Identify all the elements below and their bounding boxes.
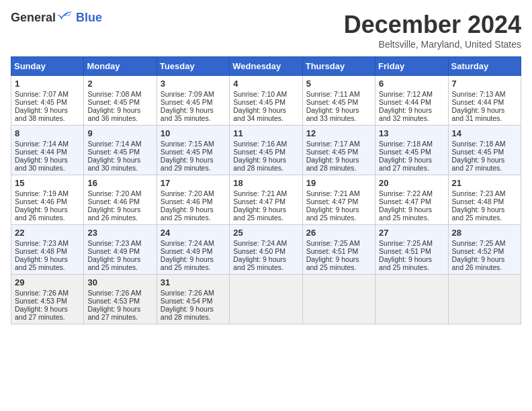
- calendar-cell: 22Sunrise: 7:23 AMSunset: 4:48 PMDayligh…: [11, 225, 84, 275]
- sunrise-text: Sunrise: 7:18 AM: [452, 140, 506, 148]
- calendar-cell: 8Sunrise: 7:14 AMSunset: 4:44 PMDaylight…: [11, 126, 84, 175]
- logo-general-text: General: [11, 11, 56, 25]
- sunrise-text: Sunrise: 7:10 AM: [233, 90, 287, 98]
- day-number: 12: [306, 128, 371, 138]
- sunset-text: Sunset: 4:44 PM: [15, 148, 67, 156]
- daylight-text: Daylight: 9 hours and 30 minutes.: [15, 156, 68, 172]
- day-number: 14: [452, 128, 517, 138]
- daylight-text: Daylight: 9 hours and 26 minutes.: [452, 255, 505, 271]
- sunrise-text: Sunrise: 7:14 AM: [87, 140, 141, 148]
- sunset-text: Sunset: 4:52 PM: [452, 247, 504, 255]
- day-number: 29: [15, 277, 80, 287]
- day-number: 13: [379, 128, 444, 138]
- sunrise-text: Sunrise: 7:12 AM: [379, 90, 433, 98]
- day-number: 28: [452, 228, 517, 238]
- sunset-text: Sunset: 4:46 PM: [87, 197, 140, 205]
- day-number: 4: [233, 79, 298, 89]
- day-number: 11: [233, 128, 298, 138]
- day-header-wednesday: Wednesday: [230, 57, 302, 76]
- daylight-text: Daylight: 9 hours and 26 minutes.: [15, 205, 68, 222]
- calendar-header-row: SundayMondayTuesdayWednesdayThursdayFrid…: [11, 57, 521, 76]
- sunrise-text: Sunrise: 7:13 AM: [452, 90, 506, 98]
- sunrise-text: Sunrise: 7:14 AM: [15, 140, 69, 148]
- sunset-text: Sunset: 4:54 PM: [161, 297, 213, 305]
- daylight-text: Daylight: 9 hours and 25 minutes.: [306, 255, 359, 271]
- calendar-cell: 29Sunrise: 7:26 AMSunset: 4:53 PMDayligh…: [11, 275, 84, 324]
- sunset-text: Sunset: 4:51 PM: [306, 247, 359, 255]
- calendar-week-row: 1Sunrise: 7:07 AMSunset: 4:45 PMDaylight…: [11, 76, 521, 126]
- sunset-text: Sunset: 4:45 PM: [161, 98, 213, 106]
- sunset-text: Sunset: 4:45 PM: [233, 148, 285, 156]
- sunrise-text: Sunrise: 7:21 AM: [233, 189, 287, 197]
- calendar-cell: [302, 275, 375, 324]
- calendar-cell: 6Sunrise: 7:12 AMSunset: 4:44 PMDaylight…: [375, 76, 448, 126]
- daylight-text: Daylight: 9 hours and 25 minutes.: [379, 205, 432, 222]
- sunrise-text: Sunrise: 7:17 AM: [306, 140, 360, 148]
- sunset-text: Sunset: 4:48 PM: [452, 197, 504, 205]
- sunset-text: Sunset: 4:46 PM: [161, 197, 213, 205]
- sunset-text: Sunset: 4:53 PM: [87, 297, 140, 305]
- calendar-table: SundayMondayTuesdayWednesdayThursdayFrid…: [11, 56, 521, 324]
- sunrise-text: Sunrise: 7:08 AM: [87, 90, 141, 98]
- day-number: 27: [379, 228, 444, 238]
- calendar-cell: [448, 275, 521, 324]
- calendar-cell: 30Sunrise: 7:26 AMSunset: 4:53 PMDayligh…: [84, 275, 157, 324]
- calendar-cell: 9Sunrise: 7:14 AMSunset: 4:45 PMDaylight…: [84, 126, 157, 175]
- logo-blue-text: Blue: [76, 11, 102, 25]
- sunset-text: Sunset: 4:45 PM: [161, 148, 213, 156]
- calendar-cell: 23Sunrise: 7:23 AMSunset: 4:49 PMDayligh…: [84, 225, 157, 275]
- month-title: December 2024: [344, 11, 521, 39]
- daylight-text: Daylight: 9 hours and 33 minutes.: [306, 106, 359, 122]
- calendar-cell: 11Sunrise: 7:16 AMSunset: 4:45 PMDayligh…: [230, 126, 302, 175]
- calendar-cell: 26Sunrise: 7:25 AMSunset: 4:51 PMDayligh…: [302, 225, 375, 275]
- calendar-cell: 27Sunrise: 7:25 AMSunset: 4:51 PMDayligh…: [375, 225, 448, 275]
- day-number: 20: [379, 178, 444, 188]
- title-area: December 2024 Beltsville, Maryland, Unit…: [344, 11, 521, 50]
- daylight-text: Daylight: 9 hours and 25 minutes.: [15, 255, 68, 271]
- sunset-text: Sunset: 4:45 PM: [452, 148, 504, 156]
- day-header-tuesday: Tuesday: [157, 57, 229, 76]
- sunrise-text: Sunrise: 7:23 AM: [87, 239, 141, 247]
- sunset-text: Sunset: 4:45 PM: [87, 98, 140, 106]
- daylight-text: Daylight: 9 hours and 36 minutes.: [87, 106, 140, 122]
- calendar-cell: 24Sunrise: 7:24 AMSunset: 4:49 PMDayligh…: [157, 225, 229, 275]
- daylight-text: Daylight: 9 hours and 34 minutes.: [233, 106, 286, 122]
- calendar-cell: 5Sunrise: 7:11 AMSunset: 4:45 PMDaylight…: [302, 76, 375, 126]
- location-text: Beltsville, Maryland, United States: [344, 39, 521, 50]
- daylight-text: Daylight: 9 hours and 27 minutes.: [452, 156, 505, 172]
- calendar-cell: 17Sunrise: 7:20 AMSunset: 4:46 PMDayligh…: [157, 175, 229, 225]
- calendar-week-row: 15Sunrise: 7:19 AMSunset: 4:46 PMDayligh…: [11, 175, 521, 225]
- sunset-text: Sunset: 4:45 PM: [306, 98, 359, 106]
- day-number: 31: [161, 277, 226, 287]
- daylight-text: Daylight: 9 hours and 25 minutes.: [87, 255, 140, 271]
- logo-bird-icon: [57, 10, 73, 24]
- daylight-text: Daylight: 9 hours and 26 minutes.: [87, 205, 140, 222]
- logo: General Blue: [11, 11, 102, 25]
- day-number: 23: [87, 228, 152, 238]
- sunrise-text: Sunrise: 7:20 AM: [87, 189, 141, 197]
- day-number: 21: [452, 178, 517, 188]
- day-number: 19: [306, 178, 371, 188]
- day-header-monday: Monday: [84, 57, 157, 76]
- sunset-text: Sunset: 4:49 PM: [161, 247, 213, 255]
- sunrise-text: Sunrise: 7:23 AM: [452, 189, 506, 197]
- sunset-text: Sunset: 4:45 PM: [306, 148, 359, 156]
- sunset-text: Sunset: 4:45 PM: [379, 148, 431, 156]
- page-header: General Blue December 2024 Beltsville, M…: [11, 11, 521, 50]
- sunrise-text: Sunrise: 7:11 AM: [306, 90, 360, 98]
- sunrise-text: Sunrise: 7:19 AM: [15, 189, 69, 197]
- sunrise-text: Sunrise: 7:07 AM: [15, 90, 69, 98]
- calendar-cell: 31Sunrise: 7:26 AMSunset: 4:54 PMDayligh…: [157, 275, 229, 324]
- day-number: 15: [15, 178, 80, 188]
- daylight-text: Daylight: 9 hours and 30 minutes.: [87, 156, 140, 172]
- calendar-cell: 21Sunrise: 7:23 AMSunset: 4:48 PMDayligh…: [448, 175, 521, 225]
- calendar-cell: 28Sunrise: 7:25 AMSunset: 4:52 PMDayligh…: [448, 225, 521, 275]
- calendar-cell: 20Sunrise: 7:22 AMSunset: 4:47 PMDayligh…: [375, 175, 448, 225]
- sunrise-text: Sunrise: 7:09 AM: [161, 90, 214, 98]
- calendar-week-row: 8Sunrise: 7:14 AMSunset: 4:44 PMDaylight…: [11, 126, 521, 175]
- calendar-cell: 7Sunrise: 7:13 AMSunset: 4:44 PMDaylight…: [448, 76, 521, 126]
- calendar-cell: 15Sunrise: 7:19 AMSunset: 4:46 PMDayligh…: [11, 175, 84, 225]
- sunrise-text: Sunrise: 7:25 AM: [306, 239, 360, 247]
- sunset-text: Sunset: 4:46 PM: [15, 197, 67, 205]
- sunrise-text: Sunrise: 7:15 AM: [161, 140, 214, 148]
